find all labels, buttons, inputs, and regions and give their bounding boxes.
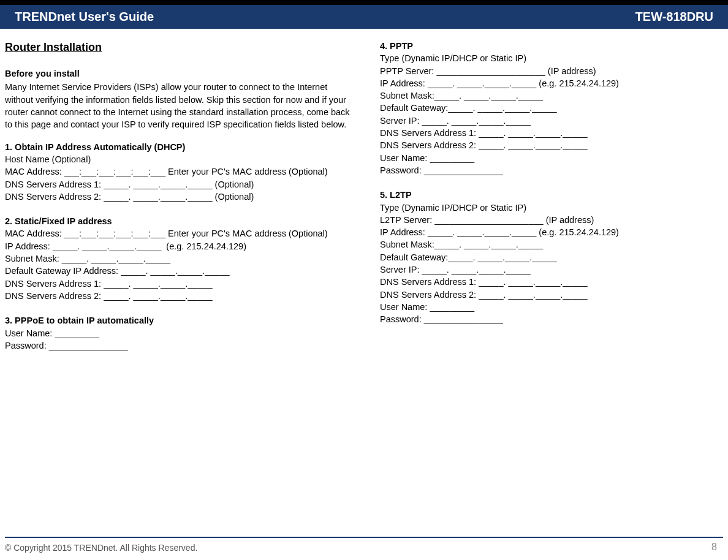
section-2-title: 2. Static/Fixed IP address — [5, 215, 355, 227]
section-1-line: DNS Servers Address 2: _____. _____.____… — [5, 191, 355, 203]
model-number: TEW-818DRU — [635, 10, 713, 24]
section-1-line: MAC Address: ___:___:___:___:___:___ Ent… — [5, 165, 355, 178]
section-5-line: Server IP: _____. _____._____._____ — [380, 263, 723, 276]
section-2-line: Default Gateway IP Address: _____. _____… — [5, 265, 355, 277]
subheading-before-install: Before you install — [5, 67, 355, 80]
section-1-title: 1. Obtain IP Address Automatically (DHCP… — [5, 141, 355, 153]
section-4-line: Type (Dynamic IP/DHCP or Static IP) — [380, 52, 723, 64]
page-number: 8 — [711, 542, 723, 553]
section-3-line: Password: ________________ — [5, 339, 355, 352]
section-4-line: Default Gateway:_____. _____._____._____ — [380, 102, 723, 114]
section-4-line: User Name: _________ — [380, 152, 723, 164]
section-5-line: Password: ________________ — [380, 313, 723, 325]
section-5-title: 5. L2TP — [380, 189, 723, 201]
section-4-title: 4. PPTP — [380, 40, 723, 52]
section-2-line: DNS Servers Address 1: _____. _____.____… — [5, 278, 355, 290]
document-header: TRENDnet User's Guide TEW-818DRU — [0, 5, 728, 29]
section-2-line: IP Address: _____. _____._____._____ (e.… — [5, 240, 355, 252]
section-1-line: DNS Servers Address 1: _____. _____.____… — [5, 178, 355, 191]
section-3-line: User Name: _________ — [5, 327, 355, 339]
before-install-paragraph: Many Internet Service Providers (ISPs) a… — [5, 81, 355, 131]
guide-title: TRENDnet User's Guide — [15, 10, 154, 24]
section-5-line: User Name: _________ — [380, 301, 723, 313]
section-2-line: MAC Address: ___:___:___:___:___:___ Ent… — [5, 227, 355, 240]
section-2-line: DNS Servers Address 2: _____. _____.____… — [5, 290, 355, 302]
section-1-line: Host Name (Optional) — [5, 153, 355, 165]
section-4-line: PPTP Server: ______________________ (IP … — [380, 65, 723, 77]
left-column: Router Installation Before you install M… — [5, 40, 355, 352]
section-heading-router-installation: Router Installation — [5, 40, 355, 55]
section-4-line: IP Address: _____. _____._____._____ (e.… — [380, 77, 723, 89]
section-5-line: L2TP Server: ______________________ (IP … — [380, 214, 723, 226]
top-black-bar — [0, 0, 728, 5]
section-4-line: DNS Servers Address 2: _____. _____.____… — [380, 139, 723, 151]
section-3-title: 3. PPPoE to obtain IP automatically — [5, 314, 355, 327]
section-5-line: IP Address: _____. _____._____._____ (e.… — [380, 226, 723, 238]
section-5-line: Subnet Mask:_____. _____._____._____ — [380, 238, 723, 251]
copyright-text: © Copyright 2015 TRENDnet. All Rights Re… — [5, 543, 197, 553]
section-5-line: Default Gateway:_____. _____._____._____ — [380, 251, 723, 263]
right-column: 4. PPTP Type (Dynamic IP/DHCP or Static … — [380, 40, 723, 352]
page-footer: © Copyright 2015 TRENDnet. All Rights Re… — [5, 537, 723, 553]
section-5-line: Type (Dynamic IP/DHCP or Static IP) — [380, 202, 723, 214]
page-content: Router Installation Before you install M… — [0, 29, 728, 352]
section-4-line: Subnet Mask:_____. _____._____._____ — [380, 89, 723, 102]
section-4-line: Password: ________________ — [380, 164, 723, 176]
section-4-line: Server IP: _____. _____._____._____ — [380, 115, 723, 127]
section-5-line: DNS Servers Address 2: _____. _____.____… — [380, 289, 723, 301]
section-2-line: Subnet Mask: _____. _____._____._____ — [5, 252, 355, 265]
section-4-line: DNS Servers Address 1: _____. _____.____… — [380, 127, 723, 139]
section-5-line: DNS Servers Address 1: _____. _____.____… — [380, 276, 723, 288]
